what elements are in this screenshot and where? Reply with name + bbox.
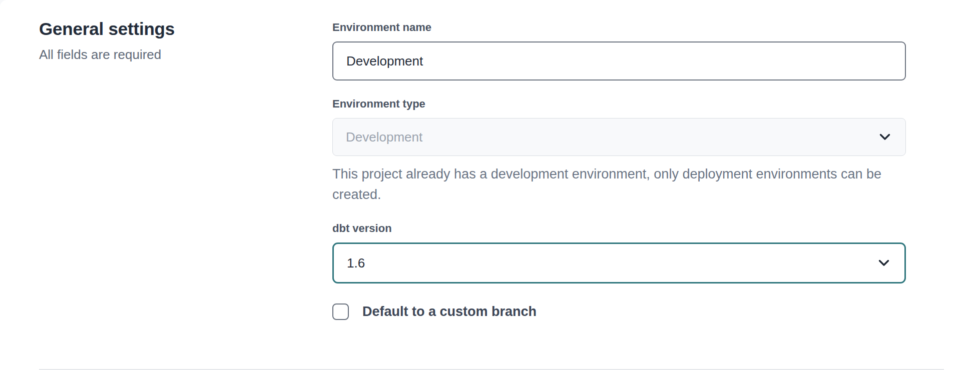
environment-type-value: Development	[346, 130, 422, 145]
page-subtitle: All fields are required	[39, 47, 332, 62]
dbt-version-value: 1.6	[347, 256, 365, 271]
environment-type-helper: This project already has a development e…	[332, 164, 906, 205]
custom-branch-label[interactable]: Default to a custom branch	[362, 304, 537, 320]
custom-branch-checkbox[interactable]	[332, 304, 349, 320]
section-intro: General settings All fields are required	[0, 18, 332, 320]
dbt-version-label: dbt version	[332, 222, 906, 235]
chevron-down-icon	[879, 134, 890, 140]
dbt-version-field: dbt version 1.6	[332, 222, 906, 284]
environment-settings-page: General settings All fields are required…	[0, 0, 980, 370]
environment-type-select[interactable]: Development	[332, 118, 906, 156]
environment-name-input[interactable]	[332, 42, 906, 80]
environment-type-field: Environment type Development This projec…	[332, 98, 906, 205]
page-title: General settings	[39, 18, 332, 40]
environment-name-field: Environment name	[332, 21, 906, 80]
chevron-down-icon	[878, 260, 889, 266]
environment-name-label: Environment name	[332, 21, 906, 34]
environment-type-label: Environment type	[332, 98, 906, 110]
dbt-version-select[interactable]: 1.6	[332, 242, 906, 284]
settings-form: Environment name Environment type Develo…	[332, 18, 906, 320]
custom-branch-row: Default to a custom branch	[332, 304, 906, 320]
general-settings-section: General settings All fields are required…	[0, 0, 980, 320]
